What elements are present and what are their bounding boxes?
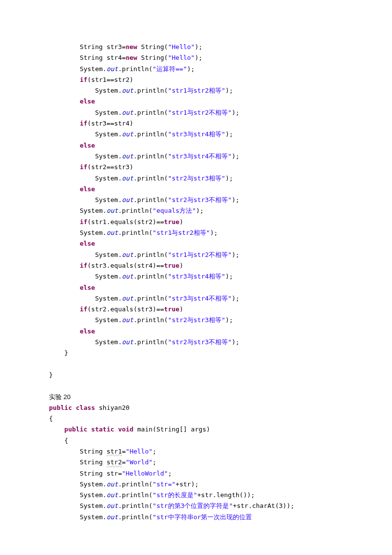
code-token: "str3与str4不相等" — [168, 152, 232, 160]
code-token: "str2与str3不相等" — [168, 338, 232, 346]
code-line: 实验 20 — [49, 392, 392, 403]
code-token: else — [80, 240, 95, 247]
code-token: String — [80, 458, 107, 466]
code-token: "World" — [126, 458, 153, 466]
code-line: System.out.println("str的长度是"+str.length(… — [49, 490, 392, 501]
code-token: .println( — [133, 338, 168, 346]
code-token: if — [80, 218, 88, 226]
code-line: System.out.println("str2与str3相等"); — [49, 315, 392, 326]
code-line: System.out.println("运算符=="); — [49, 64, 392, 75]
code-line: String str3=new String("Hello"); — [49, 42, 392, 52]
code-token: "str1与str2不相等" — [168, 251, 232, 258]
code-token: 实验 20 — [49, 393, 71, 401]
code-token — [87, 426, 91, 433]
code-line: } — [49, 348, 392, 358]
code-token: "str的第3个位置的字符是" — [152, 502, 233, 509]
code-line: System.out.println("str3与str4不相等"); — [49, 293, 392, 304]
code-line: } — [49, 370, 392, 380]
code-token: .println( — [133, 152, 168, 160]
code-line: if(str1==str2) — [49, 75, 392, 85]
code-line — [49, 359, 392, 370]
code-token: ; — [152, 458, 156, 466]
code-token: .println( — [133, 130, 168, 138]
code-token: ); — [225, 273, 233, 280]
code-token: System. — [95, 338, 122, 346]
code-token: ); — [195, 54, 202, 61]
code-token: str1 — [106, 448, 122, 455]
code-token: "str的长度是" — [152, 491, 197, 499]
code-token: System. — [95, 295, 122, 302]
code-token: else — [80, 284, 95, 291]
code-token: (str1.equals(str2)== — [87, 218, 164, 226]
code-token: .println( — [133, 316, 168, 324]
code-line: if(str1.equals(str2)==true) — [49, 217, 392, 227]
code-token: .println( — [133, 109, 168, 116]
code-line: System.out.println("str2与str3相等"); — [49, 173, 392, 184]
code-token: System. — [80, 207, 107, 214]
code-token: = — [122, 448, 126, 455]
code-token: true — [164, 262, 179, 269]
code-token: out — [106, 513, 118, 521]
code-token: ); — [225, 316, 233, 324]
code-token: ); — [225, 130, 233, 138]
code-token: .println( — [118, 502, 152, 509]
code-token: out — [122, 196, 133, 203]
code-token: public — [64, 426, 87, 433]
code-line: System.out.println("str1与str2不相等"); — [49, 250, 392, 260]
code-token: "str1与str2相等" — [152, 229, 210, 236]
code-line: System.out.println("str1与str2相等"); — [49, 227, 392, 238]
code-token: out — [106, 502, 118, 509]
code-line: { — [49, 413, 392, 424]
code-line: else — [49, 96, 392, 107]
code-token: "equals方法" — [152, 207, 196, 214]
code-token: System. — [80, 65, 107, 73]
code-line: public static void main(String[] args) — [49, 424, 392, 435]
code-token: out — [122, 251, 133, 258]
code-token — [72, 404, 76, 411]
code-token: "str2与str3相等" — [168, 175, 225, 182]
code-token: void — [118, 426, 133, 433]
code-line: else — [49, 238, 392, 249]
document-page: String str3=new String("Hello"); String … — [0, 0, 392, 555]
code-token: out — [106, 207, 118, 214]
code-line: String str4=new String("Hello"); — [49, 52, 392, 63]
code-token: "str3与str4相等" — [168, 273, 225, 280]
code-token: out — [122, 338, 133, 346]
code-token: (str2==str3) — [87, 163, 133, 171]
code-token: ); — [225, 87, 233, 94]
code-block: String str3=new String("Hello"); String … — [49, 42, 392, 523]
code-line: String str="HelloWorld"; — [49, 468, 392, 479]
code-line: if(str2.equals(str3)==true) — [49, 304, 392, 315]
code-token: ); — [196, 207, 204, 214]
code-line: else — [49, 140, 392, 151]
code-token: out — [122, 152, 133, 160]
code-token: System. — [80, 502, 107, 509]
code-token: true — [164, 305, 179, 313]
code-token: (str3.equals(str4)== — [87, 262, 164, 269]
code-token: .println( — [118, 65, 152, 73]
code-token: else — [80, 185, 95, 193]
code-token: out — [122, 175, 133, 182]
code-token: "str2与str3不相等" — [168, 196, 232, 203]
code-line: else — [49, 184, 392, 195]
code-line: System.out.println("str3与str4相等"); — [49, 271, 392, 282]
code-token: +str.charAt(3)); — [233, 502, 294, 509]
code-token: ); — [232, 152, 240, 160]
code-token: out — [106, 491, 118, 499]
code-line: System.out.println("str="+str); — [49, 479, 392, 490]
code-token: .println( — [118, 207, 152, 214]
code-token: out — [122, 273, 133, 280]
code-token: } — [49, 371, 53, 378]
code-token: "str中字符串or第一次出现的位置 — [152, 513, 252, 521]
code-token: "str1与str2相等" — [168, 87, 225, 94]
code-token: String — [80, 448, 107, 455]
code-line: System.out.println("equals方法"); — [49, 205, 392, 216]
code-token: System. — [95, 130, 122, 138]
code-token: ) — [179, 218, 183, 226]
code-token: .println( — [133, 251, 168, 258]
code-token: class — [76, 404, 95, 411]
code-token: else — [80, 328, 95, 335]
code-line: System.out.println("str的第3个位置的字符是"+str.c… — [49, 501, 392, 511]
code-token: System. — [80, 513, 107, 521]
code-token: ); — [187, 65, 195, 73]
